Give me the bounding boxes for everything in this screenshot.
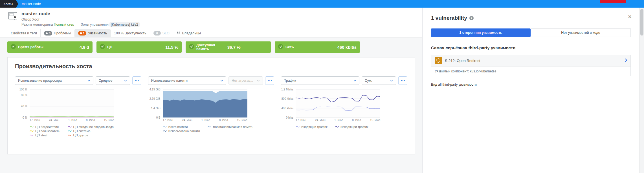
tab-third-party-vulnerability[interactable]: 1 сторонняя уязвимость (431, 28, 531, 37)
kpi-tile-network[interactable]: Сеть 460 kbit/s (275, 41, 360, 53)
legend-item[interactable]: ЦП пользователь (30, 129, 60, 133)
management-zones-label: Зоны управления (81, 23, 109, 26)
vulnerability-heading: Самая серьёзная third-party уязвимости (431, 45, 631, 50)
x-axis-tick: 17. Июн (30, 119, 40, 122)
memory-aggregation-select[interactable]: Нет агрегац... (228, 76, 263, 85)
tab-label: Свойства и теги (11, 31, 37, 35)
tab-label: Доступность (126, 31, 146, 35)
tab-slo[interactable]: 0 SLO (150, 29, 173, 37)
traffic-metric-select[interactable]: Трафик (281, 76, 359, 85)
chevron-down-icon (390, 80, 393, 81)
kpi-tile-available-memory[interactable]: Доступная память 36.7 % (186, 41, 271, 53)
monitoring-mode-value[interactable]: Полный стек (54, 23, 74, 26)
tab-properties-and-tags[interactable]: Свойства и теги (7, 30, 40, 37)
chevron-down-icon (220, 80, 223, 81)
check-icon (11, 44, 16, 50)
x-axis-tick: 8. Июл (86, 119, 95, 122)
vulnerability-card: S-212: Open Redirect Уязвимый компонент:… (431, 55, 631, 76)
scrollbar[interactable] (639, 8, 644, 173)
x-axis-tick: 17. Июн (296, 119, 306, 122)
tab-label: Владельцы (182, 31, 201, 35)
y-axis-tick: 80 % (21, 94, 27, 97)
legend-item[interactable]: Входящий трафик (296, 125, 328, 128)
kpi-value: 36.7 % (227, 45, 241, 50)
memory-metric-select[interactable]: Использование памяти (148, 76, 227, 85)
breadcrumb-current[interactable]: master-node (22, 2, 41, 6)
kpi-label: Доступная память (196, 43, 227, 51)
problem-icon (46, 32, 48, 34)
vulnerable-component: Уязвимый компонент: k8s.io/kubernetes (431, 66, 630, 76)
tab-problems[interactable]: 3 Проблемы (40, 29, 74, 37)
tab-label: Уязвимость (88, 31, 107, 35)
alert-indicator[interactable] (600, 0, 626, 3)
vulnerability-panel-title: 1 vulnerability (431, 15, 467, 21)
cpu-metric-select[interactable]: Использование процессора (15, 76, 93, 85)
tab-availability[interactable]: 100 % Доступность (110, 30, 150, 37)
vulnerability-row[interactable]: S-212: Open Redirect (431, 55, 630, 66)
scrollbar-thumb[interactable] (640, 9, 643, 36)
cpu-chart-group: Использование процессора Среднее 100 %80… (15, 76, 141, 137)
vulnerability-tabs: 1 сторонняя уязвимость Нет уязвимостей в… (431, 28, 631, 37)
info-icon[interactable] (469, 16, 474, 20)
check-icon (278, 44, 283, 50)
breadcrumb-hosts[interactable]: Хосты (0, 0, 16, 8)
memory-chart-options-button[interactable] (265, 76, 274, 85)
tab-label: SLO (162, 31, 170, 35)
x-axis-tick: 1. Июл (334, 119, 343, 122)
kpi-label: Сеть (285, 45, 337, 49)
kpi-tile-cpu[interactable]: ЦП 11.5 % (96, 41, 182, 53)
legend-item[interactable]: Исходящий трафик (335, 125, 368, 128)
y-axis-tick: 0 % (23, 116, 27, 119)
x-axis-tick: 15. Июл (370, 119, 380, 122)
vulnerability-name: S-212: Open Redirect (445, 59, 622, 63)
legend-item[interactable]: ЦП ожидание ввода/вывода (68, 125, 114, 128)
view-all-vulnerabilities-link[interactable]: Вид all third-party уязвимости (431, 83, 631, 86)
cpu-aggregation-select[interactable]: Среднее (96, 76, 130, 85)
shield-icon (80, 32, 82, 35)
legend-item[interactable]: ЦП другое (68, 134, 114, 137)
x-axis-tick: 15. Июл (104, 119, 114, 122)
y-axis-tick: 4.19 GiB (150, 88, 161, 91)
x-axis-tick: 15. Июл (237, 119, 247, 122)
legend-item[interactable]: ЦП система (68, 129, 114, 133)
traffic-chart-group: Трафик Сум. 1.2 Mbit/s800 kbit/s400 kbit… (281, 76, 407, 137)
host-icon (7, 11, 18, 23)
memory-chart-group: Использование памяти Нет агрегац... 4.19… (148, 76, 274, 137)
memory-usage-chart[interactable]: 4.19 GiB2.79 GiB1.4 GiB0 B17. Июн24. Июн… (148, 89, 274, 133)
breadcrumb-arrow-icon (16, 0, 18, 8)
legend-item[interactable]: ЦП steal (30, 134, 60, 137)
tab-code-level-vulnerability[interactable]: Нет уязвимостей в коде (531, 28, 631, 37)
chevron-right-icon (625, 58, 627, 63)
kpi-label: ЦП (107, 45, 165, 49)
tab-label: Проблемы (54, 31, 71, 35)
traffic-chart-options-button[interactable] (398, 76, 407, 85)
legend-item[interactable]: Всего памяти (163, 125, 200, 128)
traffic-aggregation-select[interactable]: Сум. (362, 76, 396, 85)
x-axis-tick: 1. Июл (201, 119, 210, 122)
legend-item[interactable]: ЦП бездействие (30, 125, 60, 128)
traffic-chart[interactable]: 1.2 Mbit/s800 kbit/s400 kbit/s0 bit/s17.… (281, 89, 407, 128)
kpi-value: 460 kbit/s (337, 45, 357, 50)
cpu-usage-chart[interactable]: 100 %80 %40 %0 %17. Июн24. Июн1. Июл8. И… (15, 89, 141, 137)
chevron-down-icon (124, 80, 127, 81)
y-axis-tick: 40 % (21, 105, 27, 108)
tab-vulnerability[interactable]: 1 Уязвимость (74, 29, 110, 37)
x-axis-tick: 24. Июн (182, 119, 192, 122)
legend-item[interactable]: Использовано памяти (163, 129, 200, 133)
x-axis-tick: 24. Июн (49, 119, 59, 122)
tab-owners[interactable]: Владельцы (173, 30, 204, 37)
x-axis-tick: 8. Июл (352, 119, 361, 122)
management-zone-value[interactable]: [Kubernetes] k8s2 (109, 22, 140, 27)
y-axis-tick: 0 B (156, 116, 161, 119)
close-icon[interactable] (628, 14, 632, 20)
kpi-tile-uptime[interactable]: Время работы 4.9 d (7, 41, 93, 53)
section-title: Производительность хоста (15, 63, 407, 70)
y-axis-tick: 0 bit/s (286, 116, 294, 119)
check-icon (100, 44, 105, 50)
kpi-value: 11.5 % (165, 45, 178, 50)
top-bar: Хосты master-node (0, 0, 644, 8)
kpi-tiles: Время работы 4.9 d ЦП 11.5 % Доступная п… (0, 37, 422, 53)
x-axis-tick: 24. Июн (315, 119, 326, 122)
cpu-chart-options-button[interactable] (132, 76, 141, 85)
legend-item[interactable]: Восстанавливаемая память (207, 125, 253, 128)
